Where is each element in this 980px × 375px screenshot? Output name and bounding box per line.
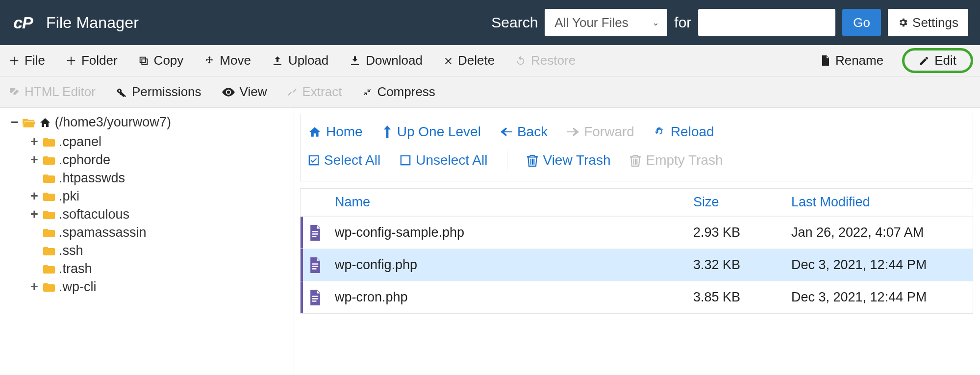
nav-forward: Forward: [567, 124, 634, 140]
home-icon: [39, 117, 51, 128]
table-row[interactable]: wp-config.php3.32 KBDec 3, 2021, 12:44 P…: [301, 249, 973, 281]
folder-label: Folder: [81, 53, 118, 68]
compress-label: Compress: [377, 84, 435, 100]
select-all-button[interactable]: Select All: [308, 152, 380, 168]
plus-icon[interactable]: +: [29, 134, 39, 150]
arrow-right-icon: [567, 127, 579, 137]
svg-rect-5: [312, 233, 318, 234]
folder-icon: [43, 228, 55, 238]
permissions-label: Permissions: [132, 84, 201, 100]
upload-button[interactable]: Upload: [272, 53, 328, 68]
new-file-button[interactable]: File: [9, 53, 45, 68]
search-scope-select[interactable]: All Your Files ⌄: [545, 9, 667, 36]
tree-item[interactable]: +.wp-cli: [11, 278, 294, 296]
copy-button[interactable]: Copy: [138, 53, 184, 68]
cell-modified: Dec 3, 2021, 12:44 PM: [786, 290, 973, 305]
restore-label: Restore: [531, 53, 576, 68]
svg-rect-1: [140, 57, 145, 62]
nav-home-label: Home: [326, 124, 363, 140]
tree-item[interactable]: +.softaculous: [11, 205, 294, 224]
check-square-icon: [308, 155, 319, 166]
nav-reload-label: Reload: [671, 124, 714, 140]
cell-size: 2.93 KB: [688, 225, 786, 240]
nav-back[interactable]: Back: [501, 124, 548, 140]
tree-item[interactable]: +.cpanel: [11, 133, 294, 151]
nav-forward-label: Forward: [584, 124, 634, 140]
settings-button[interactable]: Settings: [888, 9, 968, 36]
file-code-icon: [301, 225, 330, 241]
expand-icon: [287, 87, 297, 97]
copy-label: Copy: [154, 53, 184, 68]
trash-icon: [527, 154, 538, 167]
select-all-label: Select All: [324, 152, 380, 168]
rename-label: Rename: [835, 53, 883, 68]
svg-rect-0: [142, 59, 147, 64]
tree-item[interactable]: .trash: [11, 260, 294, 278]
go-button[interactable]: Go: [842, 9, 881, 36]
view-button[interactable]: View: [222, 84, 267, 100]
compress-icon: [362, 87, 372, 97]
move-button[interactable]: Move: [204, 53, 251, 68]
row-accent: [301, 217, 303, 249]
tree-item-label: .cpanel: [59, 134, 101, 150]
cpanel-logo-icon: cP: [12, 11, 34, 34]
html-editor-button: HTML Editor: [9, 84, 96, 100]
col-modified[interactable]: Last Modified: [786, 195, 973, 210]
nav-home[interactable]: Home: [308, 124, 363, 140]
plus-icon[interactable]: +: [29, 152, 39, 168]
folder-icon: [43, 246, 55, 256]
view-trash-button[interactable]: View Trash: [527, 152, 610, 168]
reload-icon: [654, 126, 666, 138]
folder-icon: [43, 192, 55, 201]
settings-label: Settings: [912, 15, 958, 30]
search-scope-value: All Your Files: [554, 15, 628, 30]
tree-item[interactable]: .ssh: [11, 242, 294, 260]
arrow-left-icon: [501, 127, 512, 137]
unselect-all-label: Unselect All: [416, 152, 487, 168]
tree-root-label: (/home3/yourwow7): [55, 115, 171, 130]
file-code-icon: [301, 290, 330, 305]
edit-button[interactable]: Edit: [904, 50, 971, 71]
col-size[interactable]: Size: [688, 195, 786, 210]
empty-trash-button: Empty Trash: [630, 152, 723, 168]
table-row[interactable]: wp-config-sample.php2.93 KBJan 26, 2022,…: [301, 216, 973, 249]
folder-icon: [43, 282, 55, 292]
tree-item[interactable]: +.cphorde: [11, 151, 294, 169]
nav-up[interactable]: Up One Level: [382, 124, 481, 140]
svg-rect-3: [401, 156, 410, 165]
app-logo: cP File Manager: [12, 11, 139, 34]
upload-label: Upload: [288, 53, 328, 68]
nav-reload[interactable]: Reload: [654, 124, 714, 140]
tree-item[interactable]: .htpasswds: [11, 169, 294, 187]
view-trash-label: View Trash: [543, 152, 610, 168]
header-bar: cP File Manager Search All Your Files ⌄ …: [0, 0, 980, 45]
col-name[interactable]: Name: [330, 195, 688, 210]
plus-icon: [66, 55, 76, 66]
plus-icon[interactable]: +: [29, 207, 39, 222]
delete-button[interactable]: Delete: [443, 53, 495, 68]
plus-icon[interactable]: +: [29, 189, 39, 204]
svg-rect-8: [312, 266, 318, 267]
download-button[interactable]: Download: [349, 53, 423, 68]
separator: [507, 150, 507, 171]
navigation-toolbar: Home Up One Level Back Forward Reload: [300, 114, 973, 181]
compress-button[interactable]: Compress: [362, 84, 435, 100]
tree-item[interactable]: .spamassassin: [11, 224, 294, 242]
search-input[interactable]: [698, 9, 835, 36]
upload-icon: [272, 55, 283, 67]
tree-item[interactable]: +.pki: [11, 187, 294, 205]
empty-trash-label: Empty Trash: [646, 152, 723, 168]
tree-root[interactable]: − (/home3/yourwow7): [11, 115, 294, 130]
new-folder-button[interactable]: Folder: [66, 53, 118, 68]
plus-icon[interactable]: +: [29, 279, 39, 295]
key-icon: [116, 87, 127, 98]
svg-rect-9: [312, 268, 317, 269]
tree-item-label: .spamassassin: [59, 225, 147, 240]
rename-button[interactable]: Rename: [821, 53, 883, 68]
app-title: File Manager: [46, 14, 139, 32]
unselect-all-button[interactable]: Unselect All: [400, 152, 487, 168]
file-label: File: [25, 53, 45, 68]
table-row[interactable]: wp-cron.php3.85 KBDec 3, 2021, 12:44 PM: [301, 281, 973, 313]
cell-name: wp-config.php: [330, 257, 688, 273]
permissions-button[interactable]: Permissions: [116, 84, 201, 100]
